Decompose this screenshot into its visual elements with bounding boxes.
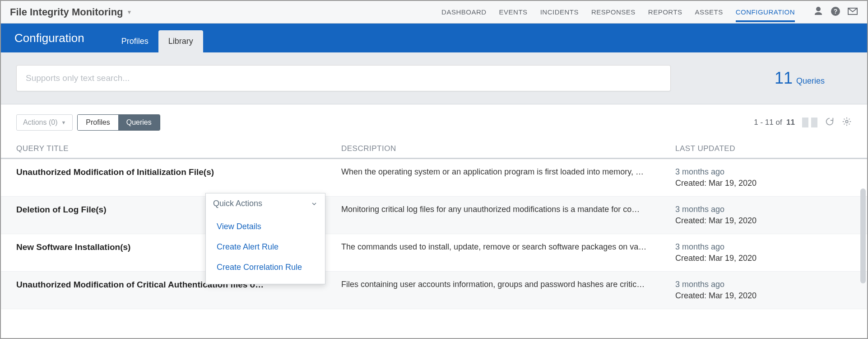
mail-icon[interactable] (847, 6, 858, 19)
nav-reports[interactable]: REPORTS (648, 2, 682, 22)
pager-prev-icon[interactable] (802, 118, 808, 127)
query-desc: Monitoring critical log files for any un… (341, 205, 675, 214)
updated-created: Created: Mar 19, 2020 (675, 179, 843, 188)
popover-header[interactable]: Quick Actions (206, 193, 325, 214)
toolbar-right: 1 - 11 of 11 (754, 117, 852, 128)
svg-text:?: ? (834, 8, 838, 15)
col-desc[interactable]: DESCRIPTION (341, 144, 675, 153)
user-icon[interactable] (813, 6, 824, 19)
topbar: File Integrity Monitoring ▼ DASHBOARD EV… (1, 1, 867, 24)
popover-view-details[interactable]: View Details (206, 217, 325, 237)
pager-total: 11 (786, 118, 795, 127)
query-updated: 3 months ago Created: Mar 19, 2020 (675, 167, 843, 188)
actions-label: Actions (0) (23, 118, 57, 127)
count-value: 11 (775, 69, 793, 88)
search-box[interactable] (16, 65, 671, 91)
popover-create-alert-rule[interactable]: Create Alert Rule (206, 237, 325, 257)
query-updated: 3 months ago Created: Mar 19, 2020 (675, 242, 843, 263)
table-row[interactable]: Unauthorized Modification of Critical Au… (1, 272, 867, 309)
nav-dashboard[interactable]: DASHBOARD (441, 2, 487, 22)
table-row[interactable]: Deletion of Log File(s) Monitoring criti… (1, 197, 867, 234)
nav-responses[interactable]: RESPONSES (591, 2, 636, 22)
topnav: DASHBOARD EVENTS INCIDENTS RESPONSES REP… (441, 2, 795, 22)
query-desc: When the operating system or an applicat… (341, 167, 675, 177)
help-icon[interactable]: ? (830, 6, 841, 19)
query-updated: 3 months ago Created: Mar 19, 2020 (675, 205, 843, 226)
segment-profiles[interactable]: Profiles (78, 115, 118, 130)
table-header: QUERY TITLE DESCRIPTION LAST UPDATED (1, 135, 867, 159)
table-row[interactable]: New Software Installation(s) The command… (1, 234, 867, 272)
updated-ago: 3 months ago (675, 167, 843, 177)
pager-prefix: 1 - 11 of (754, 118, 782, 127)
updated-ago: 3 months ago (675, 280, 843, 289)
search-input[interactable] (26, 73, 661, 83)
table-row[interactable]: Unauthorized Modification of Initializat… (1, 159, 867, 197)
pager-text: 1 - 11 of 11 (754, 118, 795, 127)
nav-configuration[interactable]: CONFIGURATION (736, 2, 795, 22)
query-desc: The commands used to install, update, re… (341, 242, 675, 252)
col-updated[interactable]: LAST UPDATED (675, 144, 843, 153)
table-body: Unauthorized Modification of Initializat… (1, 159, 867, 309)
scrollbar-thumb[interactable] (860, 188, 866, 283)
nav-incidents[interactable]: INCIDENTS (540, 2, 579, 22)
updated-created: Created: Mar 19, 2020 (675, 291, 843, 301)
subtabs: Profiles Library (111, 24, 203, 52)
updated-ago: 3 months ago (675, 242, 843, 252)
toolbar: Actions (0) ▼ Profiles Queries 1 - 11 of… (1, 104, 867, 135)
nav-events[interactable]: EVENTS (499, 2, 528, 22)
nav-assets[interactable]: ASSETS (695, 2, 723, 22)
topbar-icons: ? (813, 6, 858, 19)
chevron-down-icon (311, 200, 318, 207)
refresh-icon[interactable] (825, 117, 835, 128)
updated-created: Created: Mar 19, 2020 (675, 254, 843, 263)
app-title-text: File Integrity Monitoring (10, 6, 123, 18)
actions-button[interactable]: Actions (0) ▼ (16, 114, 73, 131)
subtab-profiles[interactable]: Profiles (111, 30, 158, 52)
count-label: Queries (796, 76, 825, 86)
svg-point-2 (845, 120, 848, 123)
app-title[interactable]: File Integrity Monitoring ▼ (10, 6, 132, 18)
col-title[interactable]: QUERY TITLE (16, 144, 341, 153)
query-desc: Files containing user accounts informati… (341, 280, 675, 289)
popover-title: Quick Actions (213, 199, 262, 208)
gear-icon[interactable] (842, 117, 852, 128)
subtab-library[interactable]: Library (158, 30, 203, 52)
segment-queries[interactable]: Queries (118, 115, 160, 130)
popover-items: View Details Create Alert Rule Create Co… (206, 214, 325, 284)
subheader-title: Configuration (14, 31, 84, 52)
popover-create-correlation-rule[interactable]: Create Correlation Rule (206, 257, 325, 278)
count-block: 11 Queries (775, 69, 825, 88)
subheader: Configuration Profiles Library (1, 24, 867, 52)
query-title: Unauthorized Modification of Initializat… (16, 167, 341, 177)
pager-next-icon[interactable] (811, 118, 817, 127)
updated-created: Created: Mar 19, 2020 (675, 216, 843, 226)
search-area: 11 Queries (1, 52, 867, 104)
query-updated: 3 months ago Created: Mar 19, 2020 (675, 280, 843, 301)
quick-actions-popover: Quick Actions View Details Create Alert … (205, 193, 325, 284)
app-title-chevron-icon: ▼ (127, 9, 132, 15)
pager-arrows[interactable] (802, 118, 817, 127)
actions-chevron-icon: ▼ (61, 120, 66, 125)
segmented-control: Profiles Queries (77, 114, 160, 131)
updated-ago: 3 months ago (675, 205, 843, 214)
